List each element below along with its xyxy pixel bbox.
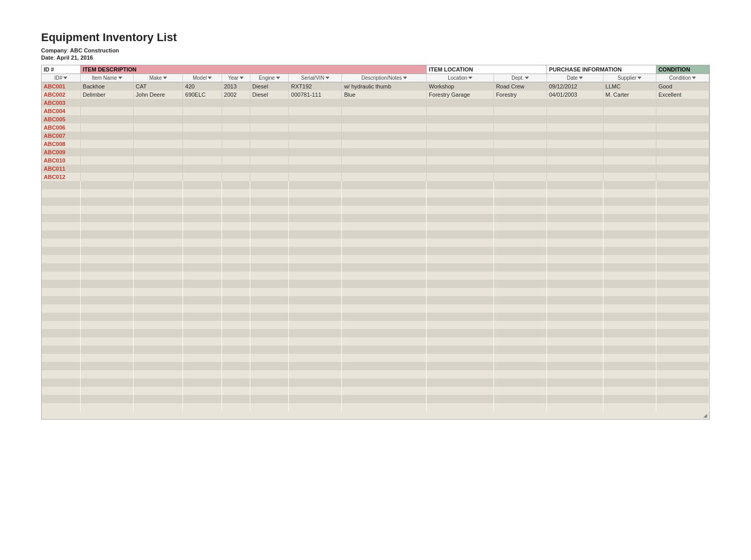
table-row[interactable]: ABC002DelimberJohn Deere690ELC2002Diesel… (42, 91, 709, 99)
empty-cell (546, 197, 603, 206)
filter-model[interactable]: Model (183, 74, 222, 82)
filter-condition[interactable]: Condition (656, 74, 709, 82)
empty-cell (289, 321, 342, 329)
empty-cell (289, 296, 342, 304)
empty-cell (134, 247, 183, 255)
table-row[interactable]: ABC003 (42, 99, 709, 107)
empty-cell (493, 337, 546, 346)
empty-cell (342, 313, 427, 321)
filter-location-arrow[interactable] (468, 77, 472, 79)
table-row[interactable]: ABC001BackhoeCAT4202013DieselRXT192w/ hy… (42, 82, 709, 91)
empty-cell (222, 387, 250, 395)
filter-engine-arrow[interactable] (276, 77, 280, 79)
empty-row (42, 387, 709, 395)
filter-id[interactable]: ID# (42, 74, 81, 82)
empty-cell (250, 230, 289, 239)
filter-item-name[interactable]: Item Name (81, 74, 134, 82)
empty-cell (289, 280, 342, 288)
filter-supplier[interactable]: Supplier (603, 74, 656, 82)
cell-supplier (603, 140, 656, 148)
empty-cell (546, 378, 603, 387)
filter-engine-btn[interactable]: Engine (259, 75, 280, 81)
filter-desc[interactable]: Description/Notes (342, 74, 427, 82)
table-row[interactable]: ABC005 (42, 115, 709, 123)
empty-cell (342, 395, 427, 403)
empty-cell (222, 206, 250, 214)
filter-model-arrow[interactable] (208, 77, 212, 79)
table-row[interactable]: ABC006 (42, 123, 709, 132)
filter-dept-arrow[interactable] (525, 77, 529, 79)
filter-make[interactable]: Make (134, 74, 183, 82)
empty-cell (546, 395, 603, 403)
filter-location[interactable]: Location (427, 74, 494, 82)
filter-item-name-arrow[interactable] (118, 77, 122, 79)
filter-date[interactable]: Date (546, 74, 603, 82)
filter-year-btn[interactable]: Year (228, 75, 244, 81)
filter-desc-btn[interactable]: Description/Notes (361, 75, 407, 81)
resize-handle[interactable]: ◢ (42, 411, 709, 419)
cell-dept: Forestry (493, 91, 546, 99)
empty-row (42, 378, 709, 387)
empty-cell (42, 263, 81, 272)
empty-cell (342, 321, 427, 329)
filter-year[interactable]: Year (222, 74, 250, 82)
cell-location (427, 132, 494, 140)
table-row[interactable]: ABC008 (42, 140, 709, 148)
empty-row (42, 181, 709, 189)
filter-dept[interactable]: Dept. (493, 74, 546, 82)
filter-condition-arrow[interactable] (692, 77, 696, 79)
filter-supplier-arrow[interactable] (637, 77, 642, 79)
cell-make (134, 115, 183, 123)
filter-make-btn[interactable]: Make (149, 75, 167, 81)
empty-cell (656, 395, 709, 403)
table-row[interactable]: ABC009 (42, 148, 709, 156)
filter-condition-btn[interactable]: Condition (669, 75, 696, 81)
empty-cell (342, 304, 427, 313)
empty-cell (546, 354, 603, 362)
table-row[interactable]: ABC010 (42, 156, 709, 165)
inventory-table: ID # ITEM DESCRIPTION ITEM LOCATION PURC… (42, 65, 709, 411)
empty-cell (342, 362, 427, 370)
filter-date-arrow[interactable] (579, 77, 583, 79)
table-row[interactable]: ABC004 (42, 107, 709, 115)
filter-dept-btn[interactable]: Dept. (511, 75, 529, 81)
empty-cell (81, 378, 134, 387)
empty-cell (342, 197, 427, 206)
empty-cell (603, 230, 656, 239)
cell-id: ABC010 (42, 156, 81, 165)
empty-cell (546, 214, 603, 222)
empty-cell (222, 255, 250, 263)
filter-date-btn[interactable]: Date (567, 75, 583, 81)
empty-cell (42, 362, 81, 370)
group-header-row: ID # ITEM DESCRIPTION ITEM LOCATION PURC… (42, 65, 709, 74)
filter-supplier-btn[interactable]: Supplier (617, 75, 642, 81)
cell-item_name (81, 99, 134, 107)
table-row[interactable]: ABC012 (42, 173, 709, 181)
empty-cell (342, 280, 427, 288)
filter-id-btn[interactable]: ID# (54, 75, 68, 81)
filter-desc-arrow[interactable] (403, 77, 407, 79)
filter-model-btn[interactable]: Model (193, 75, 212, 81)
empty-cell (546, 189, 603, 197)
empty-cell (427, 329, 494, 337)
filter-serial-arrow[interactable] (325, 77, 329, 79)
filter-id-arrow[interactable] (63, 77, 67, 79)
cell-desc (342, 156, 427, 165)
empty-cell (656, 263, 709, 272)
table-row[interactable]: ABC007 (42, 132, 709, 140)
empty-row (42, 362, 709, 370)
filter-engine[interactable]: Engine (250, 74, 289, 82)
filter-year-arrow[interactable] (240, 77, 244, 79)
filter-serial[interactable]: Serial/VIN (289, 74, 342, 82)
filter-item-name-btn[interactable]: Item Name (92, 75, 122, 81)
cell-engine (250, 115, 289, 123)
table-row[interactable]: ABC011 (42, 165, 709, 173)
filter-location-btn[interactable]: Location (448, 75, 472, 81)
empty-cell (493, 214, 546, 222)
empty-cell (656, 280, 709, 288)
empty-cell (427, 280, 494, 288)
group-item-loc-label: ITEM LOCATION (429, 66, 473, 73)
filter-serial-btn[interactable]: Serial/VIN (301, 75, 329, 81)
filter-make-arrow[interactable] (163, 77, 167, 79)
empty-cell (222, 304, 250, 313)
